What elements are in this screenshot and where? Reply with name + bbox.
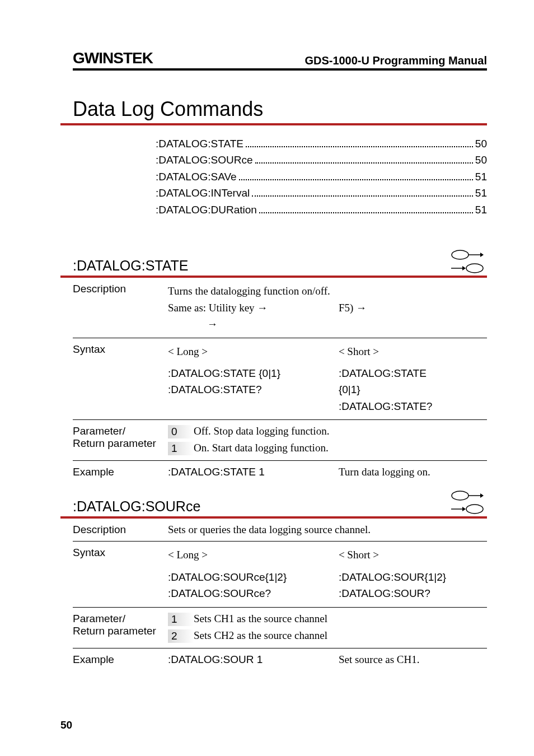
description-row: Description Sets or queries the data log… bbox=[73, 519, 487, 542]
toc-page: 50 bbox=[475, 152, 487, 168]
query-icon bbox=[451, 503, 484, 515]
syntax-row: Syntax < Long > :DATALOG:SOURce{1|2} :DA… bbox=[73, 542, 487, 607]
toc-row: :DATALOG:STATE 50 bbox=[156, 136, 487, 152]
toc-leader bbox=[239, 179, 473, 180]
example-row: Example :DATALOG:STATE 1 Turn data loggi… bbox=[73, 461, 487, 483]
toc-page: 51 bbox=[475, 185, 487, 201]
param-label-line: Return parameter bbox=[73, 625, 168, 637]
command-block: :DATALOG:SOURce Description Sets or quer… bbox=[73, 490, 487, 670]
param-value: 1 bbox=[168, 613, 194, 626]
row-label: Syntax bbox=[73, 343, 168, 415]
query-icon bbox=[451, 263, 484, 274]
toc-label: :DATALOG:SAVe bbox=[156, 169, 237, 185]
long-syntax: :DATALOG:STATE {0|1} bbox=[168, 360, 339, 381]
table-of-contents: :DATALOG:STATE 50 :DATALOG:SOURce 50 :DA… bbox=[156, 136, 487, 218]
svg-marker-8 bbox=[480, 493, 484, 498]
description-text: Turns the datalogging function on/off. S… bbox=[168, 283, 487, 332]
param-value: 1 bbox=[168, 442, 194, 455]
param-entry: 1 Sets CH1 as the source channel bbox=[168, 613, 487, 626]
toc-label: :DATALOG:SOURce bbox=[156, 152, 253, 168]
toc-row: :DATALOG:SOURce 50 bbox=[156, 152, 487, 168]
param-label-line: Return parameter bbox=[73, 437, 168, 450]
toc-page: 51 bbox=[475, 169, 487, 185]
param-desc: Sets CH2 as the source channel bbox=[194, 629, 487, 643]
short-label: < Short > bbox=[339, 343, 487, 360]
command-name: :DATALOG:STATE bbox=[73, 258, 189, 274]
row-label: Example bbox=[73, 466, 168, 478]
short-syntax: :DATALOG:SOUR{1|2} bbox=[339, 563, 487, 585]
page-header: GWINSTEK GDS-1000-U Programming Manual bbox=[73, 49, 487, 71]
long-label: < Long > bbox=[168, 343, 339, 360]
toc-label: :DATALOG:STATE bbox=[156, 136, 243, 152]
param-desc: Sets CH1 as the source channel bbox=[194, 613, 487, 626]
toc-leader bbox=[246, 146, 473, 147]
long-syntax: :DATALOG:SOURce? bbox=[168, 585, 339, 601]
svg-point-0 bbox=[452, 250, 469, 259]
short-label: < Short > bbox=[339, 547, 487, 563]
long-label: < Long > bbox=[168, 547, 339, 563]
description-text: Sets or queries the data logging source … bbox=[168, 524, 487, 536]
syntax-row: Syntax < Long > :DATALOG:STATE {0|1} :DA… bbox=[73, 338, 487, 421]
toc-row: :DATALOG:INTerval 51 bbox=[156, 185, 487, 201]
param-value: 0 bbox=[168, 425, 194, 438]
example-command: :DATALOG:SOUR 1 bbox=[168, 654, 339, 666]
param-entry: 1 On. Start data logging function. bbox=[168, 442, 487, 455]
page-number: 50 bbox=[60, 719, 72, 731]
toc-row: :DATALOG:SAVe 51 bbox=[156, 169, 487, 185]
set-icon bbox=[451, 490, 484, 501]
desc-line: → bbox=[168, 316, 487, 332]
short-syntax: :DATALOG:SOUR? bbox=[339, 585, 487, 601]
param-value: 2 bbox=[168, 629, 194, 643]
example-row: Example :DATALOG:SOUR 1 Set source as CH… bbox=[73, 648, 487, 671]
toc-leader bbox=[255, 162, 473, 164]
row-label: Example bbox=[73, 654, 168, 666]
parameter-row: Parameter/ Return parameter 0 Off. Stop … bbox=[73, 420, 487, 461]
param-label-line: Parameter/ bbox=[73, 425, 168, 437]
param-desc: Off. Stop data logging function. bbox=[194, 425, 487, 438]
svg-point-5 bbox=[466, 264, 483, 273]
toc-leader bbox=[259, 212, 473, 213]
toc-leader bbox=[252, 195, 473, 197]
example-desc: Turn data logging on. bbox=[339, 466, 487, 478]
manual-title: GDS-1000-U Programming Manual bbox=[305, 54, 487, 67]
short-syntax: {0|1} bbox=[339, 381, 487, 398]
brand-logo: GWINSTEK bbox=[73, 49, 153, 67]
command-block: :DATALOG:STATE Description Turns the dat… bbox=[73, 249, 487, 483]
short-syntax: :DATALOG:STATE bbox=[339, 360, 487, 381]
param-entry: 2 Sets CH2 as the source channel bbox=[168, 629, 487, 643]
short-syntax: :DATALOG:STATE? bbox=[339, 398, 487, 414]
row-label: Description bbox=[73, 524, 168, 536]
toc-page: 51 bbox=[475, 202, 487, 218]
example-command: :DATALOG:STATE 1 bbox=[168, 466, 339, 478]
toc-label: :DATALOG:INTerval bbox=[156, 185, 250, 201]
row-label: Parameter/ Return parameter bbox=[73, 613, 168, 643]
section-title: Data Log Commands bbox=[60, 97, 487, 125]
desc-line: Turns the datalogging function on/off. bbox=[168, 283, 487, 299]
toc-row: :DATALOG:DURation 51 bbox=[156, 202, 487, 218]
long-syntax: :DATALOG:SOURce{1|2} bbox=[168, 563, 339, 585]
svg-marker-10 bbox=[462, 507, 466, 511]
param-entry: 0 Off. Stop data logging function. bbox=[168, 425, 487, 438]
param-desc: On. Start data logging function. bbox=[194, 442, 487, 455]
toc-page: 50 bbox=[475, 136, 487, 152]
svg-point-6 bbox=[452, 491, 469, 500]
command-header: :DATALOG:SOURce bbox=[60, 490, 487, 519]
row-label: Description bbox=[73, 283, 168, 332]
description-row: Description Turns the datalogging functi… bbox=[73, 278, 487, 338]
command-type-icons bbox=[451, 249, 487, 274]
row-label: Syntax bbox=[73, 547, 168, 601]
desc-line: F5) → bbox=[339, 300, 487, 316]
long-syntax: :DATALOG:STATE? bbox=[168, 381, 339, 398]
example-desc: Set source as CH1. bbox=[339, 654, 487, 666]
svg-marker-2 bbox=[480, 253, 484, 257]
command-type-icons bbox=[451, 490, 487, 515]
parameter-row: Parameter/ Return parameter 1 Sets CH1 a… bbox=[73, 608, 487, 648]
command-header: :DATALOG:STATE bbox=[60, 249, 487, 278]
row-label: Parameter/ Return parameter bbox=[73, 425, 168, 455]
command-name: :DATALOG:SOURce bbox=[73, 498, 200, 515]
toc-label: :DATALOG:DURation bbox=[156, 202, 257, 218]
param-label-line: Parameter/ bbox=[73, 613, 168, 625]
desc-line: Same as: Utility key → bbox=[168, 300, 339, 316]
svg-marker-4 bbox=[462, 266, 466, 270]
set-icon bbox=[451, 249, 484, 260]
